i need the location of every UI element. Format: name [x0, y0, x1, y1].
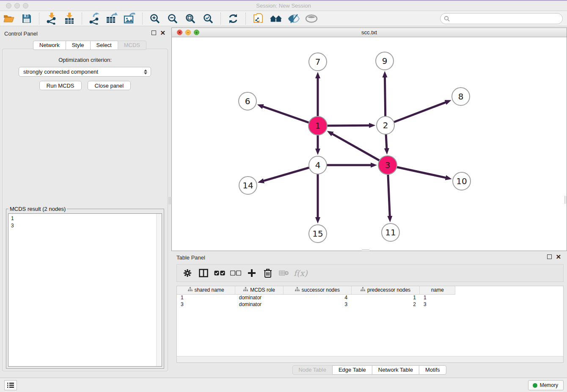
zoom-out-icon[interactable] — [166, 13, 179, 25]
show-column-panel-icon[interactable] — [196, 267, 211, 279]
table-panel: Table Panel ✕ f(x) shared nameMCDS roles… — [171, 252, 567, 377]
table-horizontal-scrollbar[interactable] — [177, 356, 563, 362]
optimization-criterion-label: Optimization criterion: — [3, 57, 168, 63]
mcds-result-item[interactable]: 1 — [11, 215, 159, 222]
control-tab-network[interactable]: Network — [33, 41, 66, 50]
hide-selected-icon[interactable] — [287, 13, 300, 25]
graph-node-9[interactable]: 9 — [376, 52, 394, 70]
table-cell-successor-nodes[interactable]: 3 — [284, 301, 352, 308]
mcds-result-item[interactable]: 3 — [11, 222, 159, 229]
graph-node-4[interactable]: 4 — [309, 156, 327, 174]
graph-node-2[interactable]: 2 — [377, 116, 394, 134]
graph-node-7[interactable]: 7 — [309, 53, 327, 71]
home-view-icon[interactable] — [270, 13, 282, 25]
table-row[interactable]: 1dominator411 — [177, 294, 563, 301]
unselect-all-columns-icon[interactable] — [228, 267, 243, 279]
toolbar-divider — [142, 13, 143, 25]
table-tab-edge-table[interactable]: Edge Table — [332, 365, 372, 375]
clone-network-icon[interactable] — [252, 13, 264, 25]
column-header-shared-name[interactable]: shared name — [177, 286, 235, 294]
table-tab-motifs[interactable]: Motifs — [419, 365, 446, 375]
table-cell-predecessor-nodes[interactable]: 2 — [351, 301, 420, 308]
create-column-plus-icon[interactable] — [245, 267, 259, 279]
table-settings-gear-icon[interactable] — [180, 267, 195, 279]
function-builder-icon[interactable]: f(x) — [294, 268, 308, 278]
memory-label: Memory — [540, 382, 558, 388]
refresh-view-icon[interactable] — [227, 13, 239, 25]
close-panel-icon[interactable]: ✕ — [160, 30, 165, 35]
table-cell-shared-name[interactable]: 1 — [177, 294, 235, 301]
table-tab-node-table[interactable]: Node Table — [292, 365, 333, 375]
show-hidden-icon[interactable] — [305, 13, 318, 25]
close-table-panel-icon[interactable]: ✕ — [556, 254, 561, 259]
graph-node-14[interactable]: 14 — [239, 177, 257, 194]
import-table-icon[interactable] — [63, 13, 76, 25]
control-panel-tabs: NetworkStyleSelectMCDS — [33, 41, 146, 50]
graph-node-15[interactable]: 15 — [309, 225, 327, 243]
graph-node-6[interactable]: 6 — [239, 92, 256, 110]
column-header-name[interactable]: name — [420, 286, 455, 294]
column-tree-icon — [361, 287, 365, 293]
table-cell-predecessor-nodes[interactable]: 1 — [351, 294, 420, 301]
mcds-result-list[interactable]: 13 — [8, 213, 162, 367]
control-tab-select[interactable]: Select — [90, 41, 118, 50]
export-network-icon[interactable] — [88, 13, 101, 25]
control-tab-mcds[interactable]: MCDS — [118, 41, 146, 50]
node-table: shared nameMCDS rolesuccessor nodesprede… — [176, 286, 564, 363]
zoom-fit-icon[interactable] — [184, 13, 197, 25]
column-header-successor-nodes[interactable]: successor nodes — [284, 286, 352, 294]
zoom-in-icon[interactable] — [149, 13, 161, 25]
svg-text:8: 8 — [458, 91, 464, 102]
network-graph-canvas[interactable]: 7968124314101511 — [172, 37, 567, 251]
horizontal-splitter-handle[interactable] — [362, 249, 369, 251]
list-icon — [7, 382, 14, 388]
svg-text:2: 2 — [383, 120, 388, 130]
delete-column-trash-icon[interactable] — [261, 267, 275, 279]
column-header-predecessor-nodes[interactable]: predecessor nodes — [351, 286, 420, 294]
optimization-criterion-dropdown[interactable]: strongly connected component — [19, 67, 151, 77]
select-all-columns-icon[interactable] — [212, 267, 227, 279]
result-scrollbar[interactable] — [156, 214, 162, 366]
float-table-panel-icon[interactable] — [547, 254, 552, 259]
table-cell-MCDS-role[interactable]: dominator — [235, 301, 284, 308]
run-mcds-button[interactable]: Run MCDS — [39, 81, 82, 90]
delete-table-icon[interactable] — [277, 267, 291, 279]
table-cell-successor-nodes[interactable]: 4 — [284, 294, 352, 301]
graph-node-3[interactable]: 3 — [378, 156, 397, 174]
export-image-icon[interactable] — [124, 13, 136, 25]
graph-node-11[interactable]: 11 — [382, 224, 399, 241]
graph-node-8[interactable]: 8 — [452, 88, 470, 105]
save-session-icon[interactable] — [20, 13, 33, 25]
zoom-selected-icon[interactable] — [202, 13, 215, 25]
toolbar-divider — [39, 13, 39, 25]
control-tab-style[interactable]: Style — [66, 41, 91, 50]
close-panel-button[interactable]: Close panel — [88, 81, 131, 90]
memory-button[interactable]: Memory — [528, 380, 564, 390]
panel-splitter-handle[interactable] — [169, 197, 171, 204]
search-input[interactable] — [452, 16, 562, 22]
graph-node-10[interactable]: 10 — [453, 172, 471, 190]
network-window-titlebar[interactable]: ✕ − ＋ scc.txt — [172, 28, 567, 37]
open-session-icon[interactable] — [3, 13, 15, 25]
graph-edge-2-8[interactable] — [385, 102, 446, 125]
table-cell-shared-name[interactable]: 3 — [177, 301, 235, 308]
table-tab-network-table[interactable]: Network Table — [372, 365, 419, 375]
float-panel-icon[interactable] — [151, 30, 156, 35]
column-tree-icon — [243, 287, 248, 293]
task-history-button[interactable] — [4, 380, 17, 390]
app-title: Session: New Session — [0, 3, 567, 9]
graph-node-1[interactable]: 1 — [308, 116, 327, 135]
import-network-icon[interactable] — [45, 13, 58, 25]
svg-text:9: 9 — [382, 56, 388, 66]
table-row[interactable]: 3dominator323 — [177, 301, 563, 308]
column-header-MCDS-role[interactable]: MCDS role — [235, 286, 284, 294]
table-panel-header: Table Panel ✕ — [171, 253, 567, 262]
search-field[interactable] — [440, 13, 563, 24]
svg-text:3: 3 — [385, 160, 391, 170]
table-cell-MCDS-role[interactable]: dominator — [235, 294, 284, 301]
table-cell-name[interactable]: 3 — [420, 301, 455, 308]
table-cell-name[interactable]: 1 — [420, 294, 455, 301]
export-table-icon[interactable] — [106, 13, 118, 25]
right-splitter-handle[interactable] — [564, 196, 566, 204]
svg-text:11: 11 — [385, 227, 396, 237]
